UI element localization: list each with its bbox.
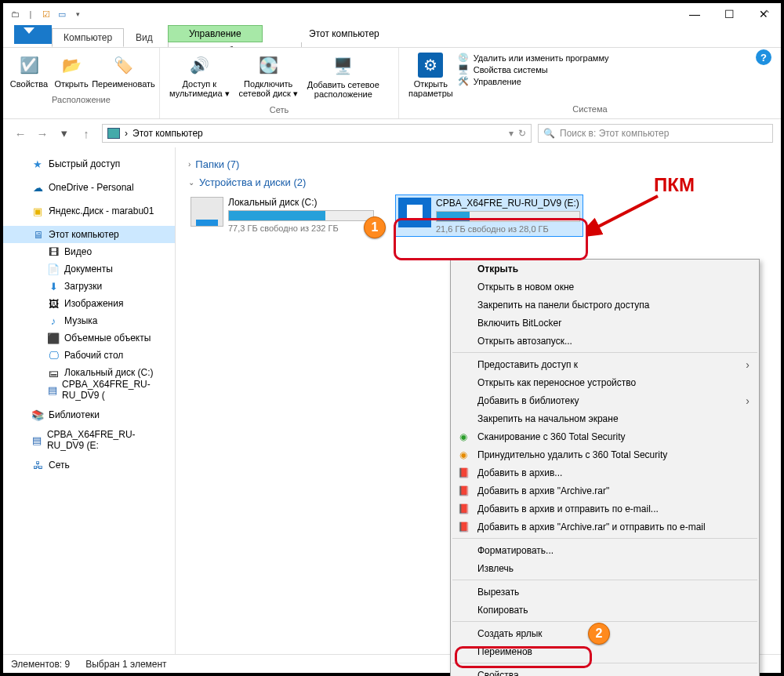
ribbon-netdrive[interactable]: 💽Подключить сетевой диск ▾ <box>234 51 303 100</box>
network-icon: 🖧 <box>31 459 44 471</box>
ribbon-sysprops[interactable]: 🖥️Свойства системы <box>458 64 609 75</box>
nav-quick-access[interactable]: ★Быстрый доступ <box>3 155 175 173</box>
help-icon[interactable]: ? <box>756 49 771 65</box>
tab-manage[interactable]: Управление <box>168 25 263 42</box>
winrar-icon: 📕 <box>457 467 470 479</box>
cm-pin-quick[interactable]: Закрепить на панели быстрого доступа <box>451 296 759 314</box>
cm-scan360[interactable]: ◉Сканирование с 360 Total Security <box>451 427 759 445</box>
cm-cut[interactable]: Вырезать <box>451 583 759 601</box>
chevron-right-icon: › <box>188 160 191 169</box>
maximize-button[interactable]: ☐ <box>712 3 746 25</box>
ribbon-sysmanage[interactable]: 🛠️Управление <box>458 76 609 86</box>
nav-downloads[interactable]: ⬇Загрузки <box>3 278 175 295</box>
section-folders-label: Папки (7) <box>195 158 239 170</box>
history-dropdown[interactable]: ▾ <box>55 124 74 143</box>
ribbon-media[interactable]: 🔊Доступ к мультимедиа ▾ <box>165 51 234 100</box>
cm-rar-mail2[interactable]: 📕Добавить в архив "Archive.rar" и отправ… <box>451 518 759 536</box>
tab-view[interactable]: Вид <box>124 28 165 47</box>
nav-yadisk[interactable]: ▣Яндекс.Диск - marabu01 <box>3 202 175 220</box>
cm-bitlocker[interactable]: Включить BitLocker <box>451 314 759 332</box>
music-icon: ♪ <box>47 314 60 327</box>
doc-icon: 📄 <box>47 263 60 275</box>
up-button[interactable]: ↑ <box>77 124 96 143</box>
nav-music[interactable]: ♪Музыка <box>3 312 175 329</box>
nav-pictures-label: Изображения <box>64 298 123 309</box>
desktop-icon: 🖵 <box>47 349 60 362</box>
nav-desktop[interactable]: 🖵Рабочий стол <box>3 347 175 364</box>
address-bar[interactable]: › Этот компьютер ▾ ↻ <box>102 124 532 143</box>
cm-separator <box>452 663 757 663</box>
nav-cpba2-label: CPBA_X64FRE_RU-RU_DV9 (E: <box>47 429 169 451</box>
cm-rar-add[interactable]: 📕Добавить в архив... <box>451 463 759 482</box>
pc-icon <box>107 128 120 139</box>
cm-library[interactable]: Добавить в библиотеку <box>451 391 759 409</box>
search-icon: 🔍 <box>543 128 555 139</box>
cm-open-new[interactable]: Открыть в новом окне <box>451 278 759 296</box>
nav-desktop-label: Рабочий стол <box>64 350 123 361</box>
cm-rename-label: Переименов <box>477 646 532 657</box>
cm-extract[interactable]: Извлечь <box>451 559 759 577</box>
nav-video-label: Видео <box>64 246 92 257</box>
cm-rename[interactable]: Переименов <box>451 642 759 660</box>
section-folders[interactable]: ›Папки (7) <box>188 158 768 170</box>
video-icon: 🎞 <box>47 245 60 258</box>
nav-docs[interactable]: 📄Документы <box>3 260 175 278</box>
nav-cpba2[interactable]: ▤CPBA_X64FRE_RU-RU_DV9 (E: <box>3 431 175 449</box>
cm-share-label: Предоставить доступ к <box>477 359 578 370</box>
ribbon-netplace-label: Добавить сетевое расположение <box>307 80 379 99</box>
nav-music-label: Музыка <box>64 315 97 326</box>
cm-rar-mail[interactable]: 📕Добавить в архив и отправить по e-mail.… <box>451 500 759 518</box>
ribbon-uninstall[interactable]: 💿Удалить или изменить программу <box>458 53 609 63</box>
ribbon-rename[interactable]: 🏷️Переименовать <box>93 51 154 90</box>
cm-cut-label: Вырезать <box>477 587 519 598</box>
qat-dropdown-icon[interactable]: ▾ <box>71 7 85 21</box>
status-count: Элементов: 9 <box>11 659 70 670</box>
ribbon-sysmanage-label: Управление <box>474 77 521 86</box>
cm-bitlocker-label: Включить BitLocker <box>477 318 561 329</box>
nav-3d[interactable]: ⬛Объемные объекты <box>3 329 175 347</box>
download-icon: ⬇ <box>47 280 60 293</box>
ribbon-properties[interactable]: ☑️Свойства <box>8 51 50 90</box>
drive-icon: 🖴 <box>47 366 60 379</box>
nav-pictures[interactable]: 🖼Изображения <box>3 295 175 312</box>
ribbon-open[interactable]: 📂Открыть <box>50 51 93 90</box>
ribbon-netplace[interactable]: 🖥️Добавить сетевое расположение <box>303 51 384 100</box>
back-button[interactable]: ← <box>11 124 30 143</box>
cm-open[interactable]: Открыть <box>451 260 759 278</box>
cm-del360[interactable]: ◉Принудительно удалить с 360 Total Secur… <box>451 445 759 463</box>
nav-libraries-label: Библиотеки <box>49 409 100 420</box>
drive-c[interactable]: Локальный диск (C:) 77,3 ГБ свободно из … <box>188 194 376 237</box>
cm-copy[interactable]: Копировать <box>451 601 759 619</box>
cm-share[interactable]: Предоставить доступ к <box>451 355 759 373</box>
cm-portable[interactable]: Открыть как переносное устройство <box>451 373 759 391</box>
nav-thispc[interactable]: 🖥Этот компьютер <box>3 226 175 243</box>
breadcrumb[interactable]: Этот компьютер <box>132 128 203 139</box>
minimize-button[interactable]: — <box>677 3 712 25</box>
config-icon: 🛠️ <box>458 76 469 86</box>
nav-onedrive[interactable]: ☁OneDrive - Personal <box>3 179 175 196</box>
cm-format[interactable]: Форматировать... <box>451 541 759 559</box>
cm-properties[interactable]: Свойства <box>451 666 759 676</box>
ribbon-uninstall-label: Удалить или изменить программу <box>474 53 609 63</box>
cm-rar-add2[interactable]: 📕Добавить в архив "Archive.rar" <box>451 482 759 500</box>
badge-2: 2 <box>588 623 610 645</box>
nav-video[interactable]: 🎞Видео <box>3 243 175 260</box>
tab-computer[interactable]: Компьютер <box>52 28 124 47</box>
nav-cpba[interactable]: ▤CPBA_X64FRE_RU-RU_DV9 ( <box>3 381 175 398</box>
drive-e[interactable]: CPBA_X64FRE_RU-RU_DV9 (E:) 21,6 ГБ свобо… <box>395 194 583 237</box>
cm-autoplay[interactable]: Открыть автозапуск... <box>451 332 759 350</box>
ribbon-collapse-icon[interactable]: ⌃ <box>762 8 771 20</box>
folder-icon: 🗀 <box>8 7 22 21</box>
nav-network[interactable]: 🖧Сеть <box>3 456 175 474</box>
shield-orange-icon: ◉ <box>457 449 470 461</box>
check-icon[interactable]: ☑ <box>39 7 53 21</box>
nav-localc-label: Локальный диск (C:) <box>64 367 154 378</box>
cm-pin-start[interactable]: Закрепить на начальном экране <box>451 409 759 427</box>
file-tab[interactable] <box>14 25 52 44</box>
forward-button[interactable]: → <box>33 124 52 143</box>
ribbon-rename-label: Переименовать <box>92 79 155 89</box>
search-input[interactable]: 🔍 Поиск в: Этот компьютер <box>538 124 773 143</box>
nav-libraries[interactable]: 📚Библиотеки <box>3 406 175 423</box>
ribbon-settings[interactable]: ⚙Открыть параметры <box>404 51 458 100</box>
view-mini-icon[interactable]: ▭ <box>55 7 69 21</box>
